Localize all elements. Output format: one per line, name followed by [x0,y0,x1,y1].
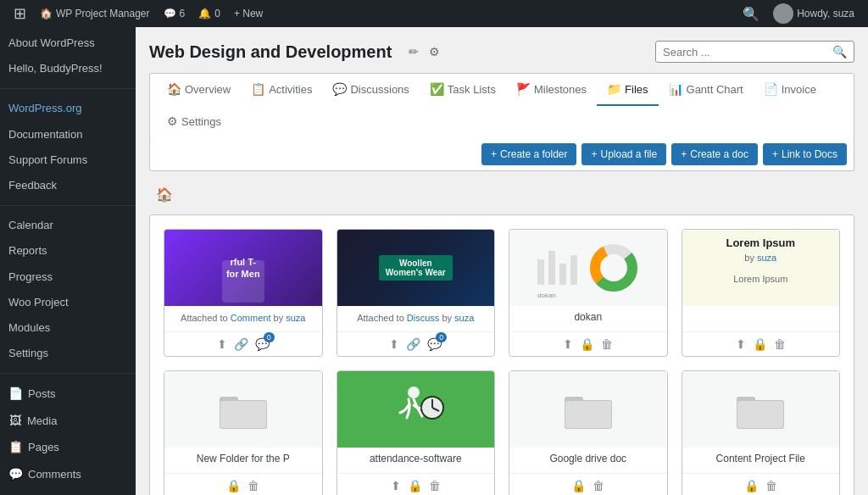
tab-discussions[interactable]: 💬 Discussions [322,74,419,106]
create-folder-button[interactable]: + Create a folder [481,143,576,165]
sidebar-item-about-wordpress[interactable]: About WordPress [0,31,136,56]
file-name-4 [689,311,833,323]
file-thumb-1: rful T- for Men [164,230,322,306]
file-delete-icon-3[interactable]: 🗑 [601,337,613,351]
new-label: + New [234,8,263,19]
file-card-3: dokan dokan ⬆ 🔒 🗑 [509,229,668,357]
tab-invoice[interactable]: 📄 Invoice [754,74,826,106]
file-delete-icon-5[interactable]: 🗑 [248,479,259,492]
breadcrumb-bar: 🏠 [149,181,854,208]
file-actions-1: ⬆ 🔗 💬 0 [164,331,322,356]
wp-logo-item[interactable]: ⊞ [7,0,33,27]
sidebar-label-reports: Reports [8,243,47,259]
file-thumb-8 [682,371,840,448]
file-meta-user-link-2[interactable]: suza [454,313,474,323]
file-delete-icon-6[interactable]: 🗑 [429,479,441,492]
sidebar-label-settings: Settings [8,346,48,361]
sidebar-item-woo-project[interactable]: Woo Project [0,290,136,315]
search-input[interactable] [663,46,832,58]
file-delete-icon-4[interactable]: 🗑 [774,337,786,351]
sidebar-item-feedback[interactable]: Feedback [0,173,136,198]
sidebar-item-wordpress-org[interactable]: WordPress.org [0,96,136,121]
file-meta-discuss-link[interactable]: Discuss [407,313,440,323]
tab-gantt[interactable]: 📊 Gantt Chart [659,74,754,106]
file-lock-icon-3[interactable]: 🔒 [580,337,594,351]
sidebar-item-hello-buddypress[interactable]: Hello, BuddyPress! [0,56,136,81]
sidebar-item-posts[interactable]: 📄 Posts [0,381,136,408]
comment-count: 6 [180,8,186,19]
file-lock-icon-8[interactable]: 🔒 [744,479,759,492]
svg-rect-1 [548,251,555,285]
discussions-tab-icon: 💬 [332,82,347,96]
sidebar-label-woo: Woo Project [8,295,69,310]
upload-file-button[interactable]: + Upload a file [581,143,666,165]
tab-task-lists[interactable]: ✅ Task Lists [420,74,506,106]
admin-bar-site[interactable]: 🏠 WP Project Manager [33,0,157,27]
pages-icon: 📋 [8,439,23,456]
create-doc-label: Create a doc [690,148,748,160]
search-icon[interactable]: 🔍 [832,45,847,58]
svg-point-11 [408,387,420,398]
file-info-1: Attached to Comment by suza [164,306,322,331]
files-grid: rful T- for Men Attached to Comment by [164,229,840,495]
tab-activities[interactable]: 📋 Activities [241,74,322,106]
sidebar-item-comments[interactable]: 💬 Comments [0,461,136,488]
file-card-4: Lorem Ipsum by suza Lorem Ipsum ⬆ 🔒 🗑 [682,229,841,357]
sidebar-label-media: Media [27,414,57,429]
tab-milestones[interactable]: 🚩 Milestones [506,74,597,106]
file-link-icon-2[interactable]: 🔗 [406,337,420,351]
file-meta-user-link-1[interactable]: suza [286,313,305,323]
admin-bar-new[interactable]: + New [227,0,270,27]
settings-tab-icon: ⚙ [167,114,178,128]
file-meta-text-2: Attached to [357,313,407,323]
link-docs-button[interactable]: + Link to Docs [763,143,847,165]
file-meta-comment-link-1[interactable]: Comment [231,313,271,323]
file-lock-icon-5[interactable]: 🔒 [226,479,241,492]
admin-bar-comments[interactable]: 💬 6 [157,0,192,27]
file-delete-icon-7[interactable]: 🗑 [593,479,604,492]
tab-settings[interactable]: ⚙ Settings [157,106,231,138]
tab-files[interactable]: 📁 Files [597,74,658,106]
sidebar-item-progress[interactable]: Progress [0,264,136,290]
sidebar-item-support-forums[interactable]: Support Forums [0,147,136,173]
sidebar-item-settings[interactable]: Settings [0,341,136,366]
sidebar-label-hello: Hello, BuddyPress! [8,61,103,76]
file-move-icon-1[interactable]: ⬆ [217,337,227,351]
tab-gantt-label: Gantt Chart [687,83,743,96]
file-info-5: New Folder for the P [164,448,322,473]
sidebar-item-calendar[interactable]: Calendar [0,213,136,238]
tab-milestones-label: Milestones [534,83,587,96]
tab-task-lists-label: Task Lists [448,83,496,96]
file-info-6: attendance-software [337,448,495,473]
file-lock-icon-7[interactable]: 🔒 [571,479,586,492]
file-move-icon-4[interactable]: ⬆ [736,337,746,351]
comments-icon: 💬 [8,466,23,483]
sidebar-item-reports[interactable]: Reports [0,238,136,264]
file-lock-icon-4[interactable]: 🔒 [753,337,767,351]
site-name: WP Project Manager [56,8,150,19]
tab-overview[interactable]: 🏠 Overview [157,74,241,106]
file-move-icon-3[interactable]: ⬆ [563,337,573,351]
file-link-icon-1[interactable]: 🔗 [234,337,248,351]
file-meta-by-2: by [442,313,454,323]
edit-project-button[interactable]: ✏ [405,43,422,60]
sidebar-item-modules[interactable]: Modules [0,315,136,341]
sidebar-item-documentation[interactable]: Documentation [0,122,136,147]
file-delete-icon-8[interactable]: 🗑 [765,479,777,492]
file-move-icon-2[interactable]: ⬆ [389,337,399,351]
search-box: 🔍 [655,41,854,63]
admin-bar-notifications[interactable]: 🔔 0 [192,0,227,27]
sidebar-item-media[interactable]: 🖼 Media [0,408,136,435]
file-move-icon-6[interactable]: ⬆ [391,479,401,492]
home-breadcrumb-icon[interactable]: 🏠 [156,186,173,203]
file-lock-icon-6[interactable]: 🔒 [408,479,422,492]
admin-bar-user[interactable]: Howdy, suza [766,0,861,27]
project-settings-button[interactable]: ⚙ [426,43,443,60]
wp-logo-icon: ⊞ [14,4,26,23]
file-card-2: Woollen Women's Wear Attached to Discuss… [337,229,496,357]
file-name-5: New Folder for the P [171,453,315,464]
sidebar-item-pages[interactable]: 📋 Pages [0,434,136,461]
create-doc-button[interactable]: + Create a doc [671,143,758,165]
admin-bar-search[interactable]: 🔍 [736,0,766,27]
sidebar-label-calendar: Calendar [8,218,53,233]
